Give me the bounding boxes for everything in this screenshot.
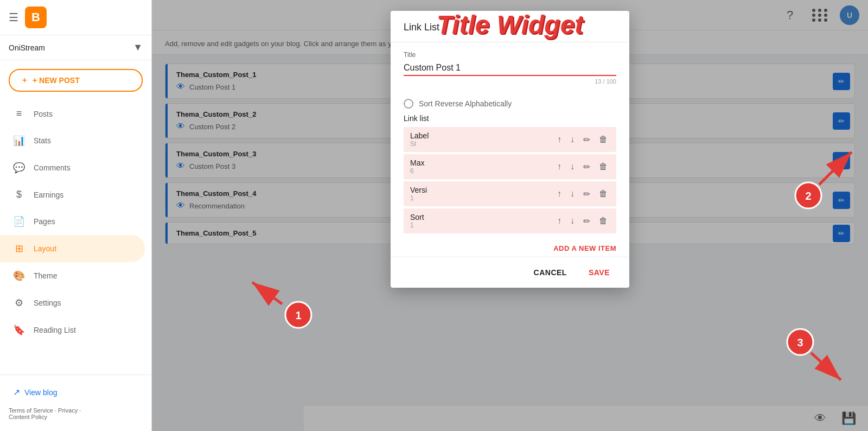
edit-item-button[interactable]: ✏: [581, 215, 592, 227]
link-item: Label St ↑ ↓ ✏ 🗑: [404, 127, 616, 152]
sort-label: Sort Reverse Alphabetically: [419, 99, 512, 108]
cancel-button[interactable]: CANCEL: [527, 264, 573, 281]
link-item: Versi 1 ↑ ↓ ✏ 🗑: [404, 181, 616, 206]
sidebar-item-comments[interactable]: 💬 Comments: [0, 154, 145, 181]
move-down-button[interactable]: ↓: [568, 215, 577, 227]
new-post-button[interactable]: ＋ + NEW POST: [9, 69, 143, 92]
link-actions: ↑ ↓ ✏ 🗑: [555, 134, 610, 146]
blogger-logo: B: [25, 7, 47, 28]
move-down-button[interactable]: ↓: [568, 134, 577, 145]
link-label: Max: [410, 159, 424, 167]
blog-name: OniStream: [9, 43, 45, 52]
layout-icon: ⊞: [13, 243, 25, 255]
link-actions: ↑ ↓ ✏ 🗑: [555, 215, 610, 227]
link-item: Max 6 ↑ ↓ ✏ 🗑: [404, 154, 616, 179]
sidebar-item-earnings[interactable]: $ Earnings: [0, 181, 145, 208]
link-sub: St: [410, 140, 429, 148]
hamburger-icon[interactable]: ☰: [9, 11, 18, 24]
modal-footer: CANCEL SAVE: [391, 257, 629, 288]
reading-list-icon: 🔖: [13, 324, 25, 336]
edit-item-button[interactable]: ✏: [581, 161, 592, 173]
svg-line-7: [811, 353, 841, 380]
blog-selector[interactable]: OniStream ▼: [0, 35, 151, 60]
dropdown-arrow-icon: ▼: [133, 42, 143, 53]
svg-line-4: [819, 152, 852, 185]
footer-links: Terms of Service · Privacy · Content Pol…: [9, 403, 143, 424]
view-blog-link[interactable]: ↗ View blog: [9, 382, 143, 403]
posts-icon: ≡: [13, 108, 25, 119]
move-up-button[interactable]: ↑: [555, 188, 564, 200]
link-actions: ↑ ↓ ✏ 🗑: [555, 188, 610, 200]
link-label: Versi: [410, 186, 427, 194]
privacy-link[interactable]: Privacy: [58, 407, 78, 414]
link-item: Sort 1 ↑ ↓ ✏ 🗑: [404, 208, 616, 233]
sidebar-item-settings[interactable]: ⚙ Settings: [0, 289, 145, 316]
sidebar: ☰ B OniStream ▼ ＋ + NEW POST ≡ Posts 📊 S…: [0, 0, 152, 431]
earnings-icon: $: [13, 189, 25, 200]
delete-item-button[interactable]: 🗑: [597, 161, 610, 173]
edit-item-button[interactable]: ✏: [581, 134, 592, 146]
move-down-button[interactable]: ↓: [568, 161, 577, 173]
svg-point-8: [787, 329, 813, 355]
delete-item-button[interactable]: 🗑: [597, 215, 610, 227]
radio-button[interactable]: [404, 99, 413, 109]
title-field-label: Title: [404, 51, 616, 59]
settings-icon: ⚙: [13, 297, 25, 309]
sort-options-section: Sort Reverse Alphabetically: [391, 93, 629, 114]
link-list-modal: Link List Title 13 / 100 Sort Reverse Al…: [391, 11, 629, 288]
svg-point-2: [285, 302, 311, 328]
sidebar-item-label: Pages: [34, 217, 55, 226]
link-list-section: Link list Label St ↑ ↓ ✏ 🗑: [391, 114, 629, 240]
stats-icon: 📊: [13, 135, 25, 147]
edit-item-button[interactable]: ✏: [581, 188, 592, 200]
theme-icon: 🎨: [13, 270, 25, 282]
save-button[interactable]: SAVE: [582, 264, 616, 281]
modal-overlay: Title Widget Link List Title 13 / 100 So…: [152, 0, 868, 431]
sidebar-item-pages[interactable]: 📄 Pages: [0, 208, 145, 235]
sidebar-item-theme[interactable]: 🎨 Theme: [0, 262, 145, 289]
link-list-title: Link list: [404, 114, 616, 123]
svg-line-1: [252, 282, 282, 304]
sidebar-item-label: Layout: [34, 244, 56, 253]
move-down-button[interactable]: ↓: [568, 188, 577, 200]
sidebar-item-label: Earnings: [34, 191, 63, 199]
char-count: 13 / 100: [404, 78, 616, 85]
pages-icon: 📄: [13, 216, 25, 227]
content-policy-link[interactable]: Content Policy: [9, 414, 47, 420]
sidebar-item-label: Settings: [34, 299, 61, 307]
sidebar-item-label: Reading List: [34, 326, 76, 334]
sidebar-item-reading-list[interactable]: 🔖 Reading List: [0, 316, 145, 344]
modal-title: Link List: [391, 11, 629, 42]
sidebar-nav: ≡ Posts 📊 Stats 💬 Comments $ Earnings 📄 …: [0, 100, 151, 375]
move-up-button[interactable]: ↑: [555, 161, 564, 173]
modal-title-section: Title 13 / 100: [391, 42, 629, 93]
comments-icon: 💬: [13, 162, 25, 174]
sidebar-header: ☰ B: [0, 0, 151, 35]
main-content: ? U Add, remove and edit gadgets on your…: [152, 0, 868, 431]
sort-reverse-option[interactable]: Sort Reverse Alphabetically: [404, 99, 616, 109]
link-label: Sort: [410, 213, 424, 221]
sidebar-item-label: Posts: [34, 110, 53, 118]
sidebar-footer: ↗ View blog Terms of Service · Privacy ·…: [0, 375, 151, 431]
sidebar-item-label: Comments: [34, 163, 71, 172]
link-actions: ↑ ↓ ✏ 🗑: [555, 161, 610, 173]
title-input[interactable]: [404, 61, 616, 76]
sidebar-item-label: Theme: [34, 271, 58, 280]
link-sub: 1: [410, 194, 427, 202]
sidebar-item-layout[interactable]: ⊞ Layout: [0, 235, 145, 262]
terms-link[interactable]: Terms of Service: [9, 407, 53, 414]
move-up-button[interactable]: ↑: [555, 134, 564, 145]
svg-point-5: [795, 182, 821, 208]
add-new-item-button[interactable]: ADD A NEW ITEM: [391, 240, 629, 257]
svg-text:3: 3: [797, 337, 803, 348]
delete-item-button[interactable]: 🗑: [597, 188, 610, 200]
delete-item-button[interactable]: 🗑: [597, 134, 610, 145]
link-sub: 6: [410, 167, 424, 175]
move-up-button[interactable]: ↑: [555, 215, 564, 227]
new-post-plus-icon: ＋: [21, 75, 28, 85]
sidebar-item-label: Stats: [34, 136, 51, 145]
sidebar-item-stats[interactable]: 📊 Stats: [0, 127, 145, 154]
sidebar-item-posts[interactable]: ≡ Posts: [0, 100, 145, 127]
link-label: Label: [410, 131, 429, 140]
svg-text:1: 1: [295, 309, 301, 321]
